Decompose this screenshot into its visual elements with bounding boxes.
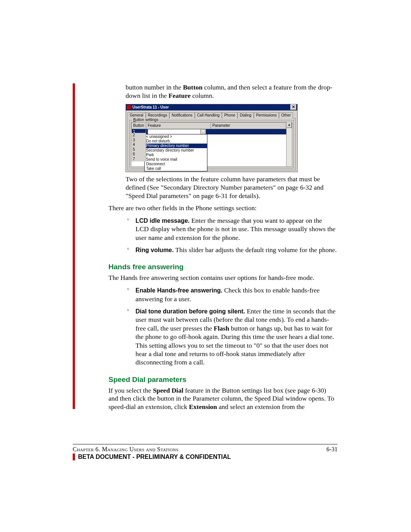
hands-free-intro: The Hands free answering section contain… (108, 274, 337, 282)
table-row[interactable]: 5 (131, 147, 146, 152)
heading-hands-free: Hands free answering (108, 262, 337, 272)
window-title: UserStrata 11 - User (132, 105, 169, 110)
tab-phone[interactable]: Phone (222, 112, 237, 119)
col-button[interactable]: Button (132, 123, 146, 129)
two-other-fields: There are two other fields in the Phone … (108, 204, 337, 212)
chevron-down-icon[interactable]: ▼ (200, 129, 206, 134)
button-settings-table[interactable]: Button Feature Parameter 1 Primary direc… (131, 122, 292, 167)
text: button number in the (126, 83, 183, 91)
table-row[interactable]: 3 (131, 138, 146, 143)
dropdown-option[interactable]: Do not disturb (145, 139, 207, 144)
bullet-title: Enable Hands-free answering. (135, 287, 223, 294)
intro-paragraph: button number in the Button column, and … (126, 83, 337, 100)
footer-rule (73, 444, 338, 444)
button-number: 2 (131, 133, 146, 138)
tab-permissions[interactable]: Permissions (254, 112, 279, 119)
button-number: 7 (131, 157, 146, 162)
left-red-bar (73, 83, 75, 409)
button-number: 4 (131, 142, 146, 147)
phone-tab-panel: Button settings Button Feature Parameter (127, 118, 296, 170)
bullet-title: LCD idle message. (135, 217, 190, 224)
speed-dial-paragraph: If you select the Speed Dial feature in … (108, 387, 337, 412)
group-label: Button settings (132, 118, 159, 123)
user-dialog-window: UserStrata 11 - User ✕ General Recording… (126, 104, 298, 173)
extension-bold: Extension (189, 403, 217, 411)
bold-feature: Feature (169, 92, 191, 99)
list-item: Enable Hands-free answering. Check this … (135, 286, 337, 303)
close-button[interactable]: ✕ (290, 104, 296, 110)
col-feature[interactable]: Feature (146, 123, 211, 129)
table-row[interactable]: 7 (131, 157, 146, 162)
tab-notifications[interactable]: Notifications (169, 112, 194, 119)
footer-confidential: BETA DOCUMENT - PRELIMINARY & CONFIDENTI… (78, 454, 231, 460)
table-row[interactable]: 2 (131, 133, 146, 138)
bullet-title: Dial tone duration before going silent. (135, 308, 245, 315)
after-window-paragraph: Two of the selections in the feature col… (126, 175, 337, 200)
dropdown-option[interactable]: < unassigned > (145, 134, 207, 139)
speed-dial-bold: Speed Dial (153, 387, 183, 394)
dropdown-option[interactable]: Disconnect (145, 162, 207, 166)
text: and select an extension from the (217, 403, 304, 411)
body-text: button number in the Button column, and … (126, 83, 337, 415)
text: If you select the (108, 387, 153, 394)
dropdown-option[interactable]: Park (145, 153, 207, 157)
footer-chapter: Chapter 6. Managing Users and Stations (73, 446, 178, 453)
scroll-up-button[interactable]: ▲ (287, 122, 292, 128)
tab-other[interactable]: Other (279, 112, 293, 119)
list-item: Ring volume. This slider bar adjusts the… (135, 246, 337, 254)
scroll-track[interactable] (287, 128, 292, 166)
page-footer: Chapter 6. Managing Users and Stations 6… (73, 444, 338, 460)
button-number: 5 (131, 147, 146, 152)
feature-dropdown-list[interactable]: < unassigned > Do not disturb Primary di… (144, 134, 207, 171)
tab-strip: General Recordings Notifications Call Ha… (126, 110, 297, 118)
dropdown-option[interactable]: Take call (145, 166, 207, 171)
footer-red-bar (73, 454, 75, 460)
button-settings-group: Button settings Button Feature Parameter (129, 120, 294, 168)
bold-button: Button (183, 83, 203, 91)
table-row[interactable]: 4 (131, 142, 146, 147)
list-item: LCD idle message. Enter the message that… (135, 216, 337, 242)
dropdown-option[interactable]: Secondary directory number (145, 148, 207, 153)
tab-call-handling[interactable]: Call Handling (195, 112, 222, 119)
bullet-body: This slider bar adjusts the default ring… (174, 246, 336, 254)
bullet-title: Ring volume. (135, 247, 174, 253)
titlebar[interactable]: UserStrata 11 - User ✕ (126, 104, 297, 110)
app-icon (127, 105, 131, 109)
button-number: 3 (131, 138, 146, 143)
table-row[interactable]: 6 (131, 152, 146, 157)
footer-page-number: 6-31 (327, 446, 338, 453)
tab-dialing[interactable]: Dialing (237, 112, 254, 119)
col-parameter[interactable]: Parameter (211, 123, 286, 129)
table-row[interactable]: 1 Primary directory number ▼ (132, 129, 286, 135)
list-item: Dial tone duration before going silent. … (135, 307, 337, 367)
vertical-scrollbar[interactable]: ▲ (286, 122, 292, 166)
dropdown-option[interactable]: Primary directory number (145, 144, 207, 148)
feature-dropdown[interactable]: Primary directory number ▼ (148, 129, 206, 134)
button-number: 6 (131, 152, 146, 157)
dropdown-value: Primary directory number (149, 129, 192, 134)
dropdown-option[interactable]: Send to voice mail (145, 157, 207, 162)
text: column. (191, 92, 214, 99)
heading-speed-dial: Speed Dial parameters (108, 375, 337, 384)
flash-bold: Flash (214, 324, 229, 332)
